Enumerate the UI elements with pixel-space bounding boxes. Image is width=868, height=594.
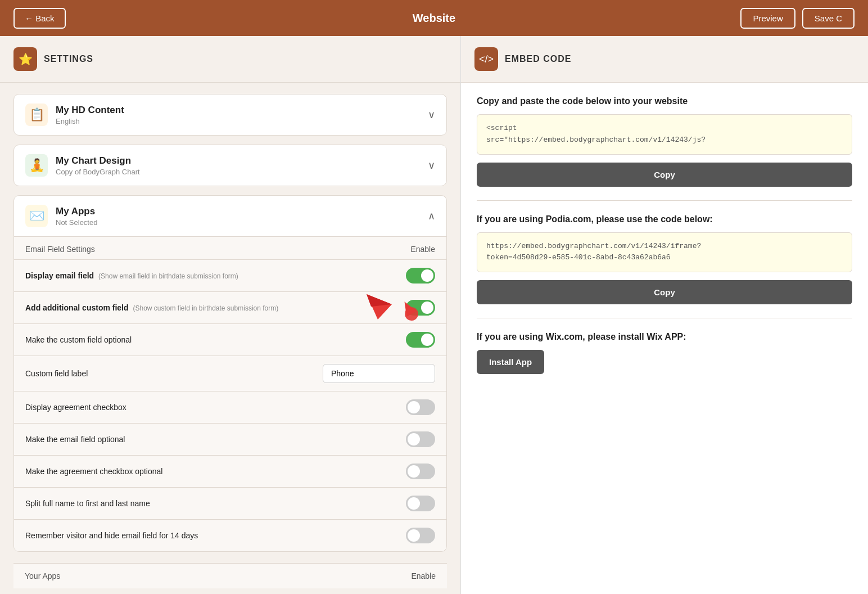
left-panel: ⭐ SETTINGS 📋 My HD Content English ∨ — [0, 36, 461, 594]
accordion-hd-content-header[interactable]: 📋 My HD Content English ∨ — [14, 94, 446, 135]
embed-body: Copy and paste the code below into your … — [461, 83, 868, 388]
remember-visitor-label: Remember visitor and hide email field fo… — [25, 531, 198, 540]
display-agreement-label: Display agreement checkbox — [25, 403, 126, 412]
my-apps-icon: ✉️ — [25, 205, 48, 227]
svg-marker-2 — [367, 294, 392, 320]
copy-button-2[interactable]: Copy — [477, 280, 852, 304]
accordion-my-apps-header[interactable]: ✉️ My Apps Not Selected ∧ — [14, 196, 446, 236]
install-app-button[interactable]: Install App — [477, 350, 544, 374]
email-field-settings-label: Email Field Settings — [25, 245, 95, 254]
accordion-my-apps-left: ✉️ My Apps Not Selected — [25, 205, 97, 227]
enable-label: Enable — [410, 245, 435, 254]
hd-content-sublabel: English — [56, 117, 124, 125]
settings-title: SETTINGS — [44, 54, 93, 64]
my-apps-sublabel: Not Selected — [56, 218, 97, 227]
my-apps-labels: My Apps Not Selected — [56, 206, 97, 227]
divider-1 — [477, 200, 852, 201]
hd-content-label: My HD Content — [56, 105, 124, 116]
chart-design-chevron-down-icon: ∨ — [428, 159, 435, 172]
preview-button[interactable]: Preview — [740, 8, 795, 29]
custom-field-row: Custom field label — [14, 356, 446, 392]
your-apps-enable-label: Enable — [411, 572, 436, 580]
settings-body: 📋 My HD Content English ∨ 🧘 My Ch — [0, 83, 460, 594]
page-title: Website — [413, 12, 455, 25]
toggle-row-remember-visitor: Remember visitor and hide email field fo… — [14, 520, 446, 551]
podia-code-box: https://embed.bodygraphchart.com/v1/1424… — [477, 232, 852, 273]
chart-design-sublabel: Copy of BodyGraph Chart — [56, 168, 140, 176]
add-custom-field-label: Add additional custom field (Show custom… — [25, 303, 278, 312]
settings-icon: ⭐ — [13, 47, 37, 71]
hd-content-labels: My HD Content English — [56, 105, 124, 125]
accordion-hd-content-left: 📋 My HD Content English — [25, 104, 124, 126]
my-apps-chevron-up-icon: ∧ — [428, 210, 435, 222]
display-email-toggle[interactable] — [406, 268, 435, 284]
display-email-label: Display email field (Show email field in… — [25, 271, 238, 280]
embed-section-header: </> EMBED CODE — [461, 36, 868, 83]
script-code-box: <scriptsrc="https://embed.bodygraphchart… — [477, 114, 852, 155]
display-agreement-toggle[interactable] — [406, 399, 435, 415]
toggle-row-custom-optional: Make the custom field optional — [14, 324, 446, 356]
top-bar-actions: Preview Save C — [740, 8, 855, 29]
your-apps-label: Your Apps — [25, 572, 60, 580]
copy-button-1[interactable]: Copy — [477, 163, 852, 187]
embed-code-icon: </> — [474, 47, 498, 71]
divider-2 — [477, 318, 852, 318]
my-apps-body: Email Field Settings Enable Display emai… — [14, 236, 446, 551]
email-field-settings-header: Email Field Settings Enable — [14, 237, 446, 260]
chart-design-icon: 🧘 — [25, 154, 48, 177]
toggle-row-add-custom: Add additional custom field (Show custom… — [14, 292, 446, 324]
custom-optional-toggle[interactable] — [406, 332, 435, 348]
chart-design-label: My Chart Design — [56, 155, 140, 166]
chart-design-labels: My Chart Design Copy of BodyGraph Chart — [56, 155, 140, 176]
save-button[interactable]: Save C — [802, 8, 855, 29]
custom-field-label-text: Custom field label — [25, 369, 88, 378]
right-panel: </> EMBED CODE Copy and paste the code b… — [461, 36, 868, 594]
toggle-row-display-agreement: Display agreement checkbox — [14, 392, 446, 424]
accordion-hd-content: 📋 My HD Content English ∨ — [13, 94, 447, 136]
toggle-row-split-name: Split full name to first and last name — [14, 488, 446, 520]
copy-paste-description: Copy and paste the code below into your … — [477, 96, 852, 106]
accordion-chart-design: 🧘 My Chart Design Copy of BodyGraph Char… — [13, 145, 447, 186]
hd-content-icon: 📋 — [25, 104, 48, 126]
email-optional-toggle[interactable] — [406, 431, 435, 447]
settings-section-header: ⭐ SETTINGS — [0, 36, 460, 83]
remember-visitor-toggle[interactable] — [406, 528, 435, 543]
custom-optional-label: Make the custom field optional — [25, 335, 132, 344]
accordion-chart-design-left: 🧘 My Chart Design Copy of BodyGraph Char… — [25, 154, 140, 177]
toggle-row-display-email: Display email field (Show email field in… — [14, 260, 446, 292]
agreement-optional-toggle[interactable] — [406, 464, 435, 479]
top-bar: ← Back Website Preview Save C — [0, 0, 868, 36]
add-custom-field-toggle[interactable] — [406, 300, 435, 316]
email-optional-label: Make the email field optional — [25, 435, 125, 444]
your-apps-footer: Your Apps Enable — [13, 563, 447, 588]
svg-marker-3 — [367, 294, 392, 307]
toggle-row-agreement-optional: Make the agreement checkbox optional — [14, 456, 446, 488]
my-apps-label: My Apps — [56, 206, 97, 217]
custom-field-input[interactable] — [323, 364, 435, 383]
split-name-toggle[interactable] — [406, 496, 435, 511]
hd-content-chevron-down-icon: ∨ — [428, 109, 435, 121]
podia-description: If you are using Podia.com, please use t… — [477, 214, 852, 224]
wix-description: If you are using Wix.com, please install… — [477, 332, 852, 342]
split-name-label: Split full name to first and last name — [25, 499, 150, 508]
agreement-optional-label: Make the agreement checkbox optional — [25, 467, 162, 476]
accordion-my-apps: ✉️ My Apps Not Selected ∧ Email Field Se… — [13, 195, 447, 552]
toggle-row-email-optional: Make the email field optional — [14, 424, 446, 456]
main-content: ⭐ SETTINGS 📋 My HD Content English ∨ — [0, 36, 868, 594]
back-button[interactable]: ← Back — [13, 8, 66, 29]
accordion-chart-design-header[interactable]: 🧘 My Chart Design Copy of BodyGraph Char… — [14, 145, 446, 186]
embed-section-title: EMBED CODE — [505, 54, 571, 64]
